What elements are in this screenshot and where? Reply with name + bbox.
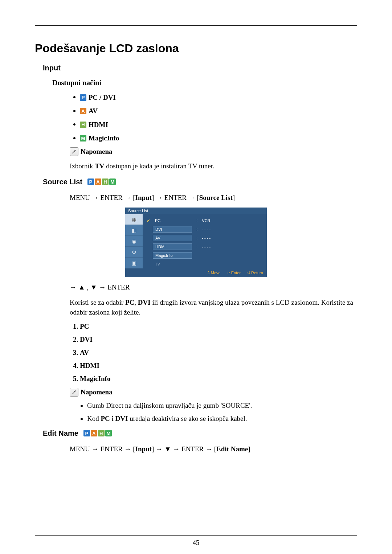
source-ordered-list: PC DVI AV HDMI MagicInfo [70,323,357,383]
osd-row: DVI : - - - - [146,225,264,234]
m-icon: M [105,430,112,436]
down-arrow-icon [90,283,97,291]
osd-main: PC : VCR DVI : - - - - AV : - - - [143,214,267,268]
note-heading: Napomena [70,147,357,156]
mode-item: H HDMI [80,120,357,129]
bottom-rule [35,535,357,536]
a-icon: A [91,430,97,436]
note-icon [70,147,78,156]
section-heading-edit: Edit Name P A H M [43,429,357,438]
note-icon [70,388,78,397]
notes-list: Gumb Direct na daljinskom upravljaču je … [70,402,357,423]
mode-item: M MagicInfo [80,134,357,143]
osd-side-item: ◉ [125,236,143,247]
list-item: AV [80,349,357,357]
osd-row: HDMI : - - - - [146,242,264,251]
h-icon: H [98,430,105,436]
badge-group: P A H M [83,430,112,436]
osd-row: AV : - - - - [146,234,264,242]
mode-item: A AV [80,107,357,115]
osd-side-item: ◧ [125,225,143,236]
check-icon [146,253,151,258]
check-icon [146,262,151,267]
a-icon: A [80,108,86,114]
list-item: DVI [80,336,357,344]
mode-label: MagicInfo [89,134,119,142]
page-title: Podešavanje LCD zaslona [35,42,357,55]
h-icon: H [102,178,109,185]
osd-side-item: ⚙ [125,247,143,258]
osd-row: MagicInfo [146,251,264,260]
a-icon: A [95,178,101,185]
menu-path-edit: MENU → ENTER → [Input] → ▼ → ENTER → [Ed… [70,444,357,454]
badge-group: P A H M [87,178,116,185]
list-item: Kod PC i DVI uređaja deaktivira se ako s… [87,415,357,423]
check-icon [146,227,151,232]
m-icon: M [109,178,116,185]
mode-item: P PC / DVI [80,93,357,102]
osd-side-item: ▦ [125,214,143,225]
mode-label: PC / DVI [89,94,116,102]
check-icon [146,235,151,241]
nav-hint: → , → ENTER [70,282,357,292]
osd-row: TV [146,260,264,268]
section-heading-source: Source List P A H M [43,178,357,186]
p-icon: P [83,430,90,436]
page-number: 45 [0,539,392,547]
note-heading: Napomena [70,388,357,397]
source-description: Koristi se za odabir PC, DVI ili drugih … [70,297,357,317]
move-icon: ⇕ [207,271,210,275]
list-item: MagicInfo [80,375,357,383]
p-icon: P [80,94,86,101]
p-icon: P [87,178,94,185]
osd-title: Source List [125,208,267,214]
osd-footer: ⇕Move ↵Enter ↺Return [125,268,267,277]
m-icon: M [80,135,86,141]
list-item: Gumb Direct na daljinskom upravljaču je … [87,402,357,410]
osd-sidebar: ▦ ◧ ◉ ⚙ ▣ [125,214,143,268]
check-icon [146,218,151,223]
osd-row: PC : VCR [146,216,264,225]
osd-side-item: ▣ [125,258,143,268]
return-icon: ↺ [247,271,250,275]
modes-heading: Dostupni načini [52,79,357,87]
osd-screenshot: Source List ▦ ◧ ◉ ⚙ ▣ PC : VCR [35,208,357,277]
list-item: PC [80,323,357,331]
mode-label: AV [89,107,98,115]
menu-path-source: MENU → ENTER → [Input] → ENTER → [Source… [70,193,357,203]
modes-list: P PC / DVI A AV H HDMI M MagicInfo [70,93,357,142]
section-heading-input: Input [43,64,357,72]
up-arrow-icon [78,283,85,291]
mode-label: HDMI [89,121,108,129]
h-icon: H [80,122,86,128]
enter-icon: ↵ [227,271,230,275]
top-rule [35,25,357,26]
list-item: HDMI [80,362,357,370]
note-text: Izbornik TV dostupan je kada je instalir… [70,161,357,171]
check-icon [146,244,151,249]
